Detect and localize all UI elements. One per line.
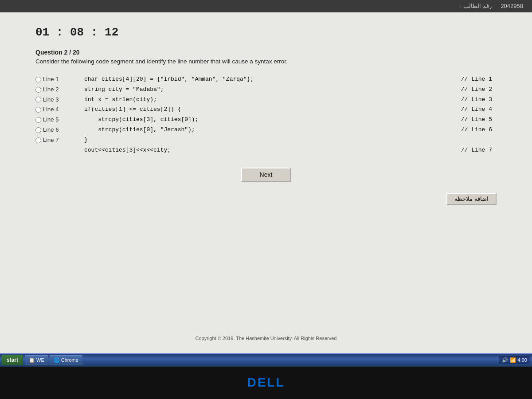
code-comment3: // Line 3 [461, 95, 497, 105]
button-area: Next [35, 168, 497, 182]
radio-line5-label[interactable]: Line 5 [35, 115, 84, 125]
code-row-7: Line 7 } [35, 135, 497, 145]
code-comment5: // Line 5 [461, 115, 497, 125]
code-section: Line 1 char cities[4][20] = {"Irbid", "A… [35, 74, 497, 155]
note-button[interactable]: اضافة ملاحظة [446, 193, 497, 205]
code-line7: } [84, 136, 492, 145]
code-line3: int x = strlen(city); [84, 95, 461, 105]
top-bar: 2042958 رقم الطالب : [0, 0, 532, 12]
code-comment4: // Line 4 [461, 105, 497, 114]
top-bar-info: 2042958 رقم الطالب : [460, 3, 523, 9]
option-line3-text: Line 3 [43, 95, 59, 105]
option-line7-text: Line 7 [43, 136, 59, 145]
radio-line7-label[interactable]: Line 7 [35, 136, 84, 145]
code-line6: strcpy(cities[0], "Jerash"); [84, 125, 461, 135]
student-id-value: 2042958 [501, 3, 523, 9]
student-id-label: رقم الطالب : [460, 3, 492, 9]
taskbar-chrome-label: Chrome [61, 357, 78, 363]
radio-line3[interactable] [35, 97, 41, 102]
taskbar-left: start 📋 WE 🌐 Chrome [2, 355, 82, 365]
next-button[interactable]: Next [241, 168, 291, 182]
timer-display: 01 : 08 : 12 [35, 26, 497, 39]
dell-area: DELL [0, 367, 532, 399]
radio-line6-label[interactable]: Line 6 [35, 125, 84, 135]
taskbar-items: 📋 WE 🌐 Chrome [25, 355, 82, 365]
radio-line1[interactable] [35, 77, 41, 82]
radio-line4[interactable] [35, 107, 41, 113]
copyright-text: Copyright © 2019. The Hashemite Universi… [35, 332, 497, 344]
option-line1-text: Line 1 [43, 75, 59, 84]
radio-line7[interactable] [35, 137, 41, 143]
radio-line5[interactable] [35, 117, 41, 123]
radio-line2-label[interactable]: Line 2 [35, 85, 84, 94]
start-button[interactable]: start [2, 355, 23, 365]
option-line5-text: Line 5 [43, 115, 59, 125]
code-line1: char cities[4][20] = {"Irbid", "Amman", … [84, 75, 461, 84]
code-row-8: cout<<cities[3]<<x<<city; // Line 7 [35, 145, 497, 156]
code-comment8: // Line 7 [461, 146, 497, 155]
clock: 4:00 [518, 357, 527, 363]
dell-logo: DELL [247, 376, 285, 390]
radio-line1-label[interactable]: Line 1 [35, 75, 84, 84]
radio-line2[interactable] [35, 87, 41, 93]
code-line2: string city = "Madaba"; [84, 85, 461, 94]
tray-icon1: 🔊 [502, 357, 508, 363]
tray-icon2: 📶 [510, 357, 516, 363]
code-line8: cout<<cities[3]<<x<<city; [84, 146, 461, 155]
code-row-5: Line 5 strcpy(cities[3], cities[0]); // … [35, 115, 497, 125]
code-comment6: // Line 6 [461, 125, 497, 135]
question-text: Consider the following code segment and … [35, 58, 497, 65]
option-line2-text: Line 2 [43, 85, 59, 94]
code-row-3: Line 3 int x = strlen(city); // Line 3 [35, 95, 497, 105]
code-comment2: // Line 2 [461, 85, 497, 94]
taskbar-we-label: WE [36, 357, 44, 363]
main-content: 01 : 08 : 12 Question 2 / 20 Consider th… [0, 12, 532, 353]
radio-line4-label[interactable]: Line 4 [35, 105, 84, 114]
taskbar-item-chrome[interactable]: 🌐 Chrome [50, 355, 82, 365]
taskbar-right: 🔊 📶 4:00 [499, 356, 530, 364]
option-line4-text: Line 4 [43, 105, 59, 114]
note-area: اضافة ملاحظة [35, 193, 497, 205]
taskbar-chrome-icon: 🌐 [54, 357, 60, 363]
code-line5: strcpy(cities[3], cities[0]); [84, 115, 461, 125]
code-row-6: Line 6 strcpy(cities[0], "Jerash"); // L… [35, 125, 497, 135]
question-header: Question 2 / 20 [35, 49, 497, 56]
code-row-1: Line 1 char cities[4][20] = {"Irbid", "A… [35, 74, 497, 85]
code-row-4: Line 4 if(cities[1] <= cities[2]) { // L… [35, 105, 497, 115]
taskbar-we-icon: 📋 [29, 357, 35, 363]
radio-line3-label[interactable]: Line 3 [35, 95, 84, 105]
taskbar-item-we[interactable]: 📋 WE [25, 355, 48, 365]
option-line6-text: Line 6 [43, 125, 59, 135]
radio-line6[interactable] [35, 127, 41, 133]
system-tray: 🔊 📶 4:00 [499, 356, 530, 364]
taskbar: start 📋 WE 🌐 Chrome 🔊 📶 4:00 [0, 353, 532, 367]
code-comment1: // Line 1 [461, 75, 497, 84]
code-line4: if(cities[1] <= cities[2]) { [84, 105, 461, 114]
code-row-2: Line 2 string city = "Madaba"; // Line 2 [35, 85, 497, 95]
